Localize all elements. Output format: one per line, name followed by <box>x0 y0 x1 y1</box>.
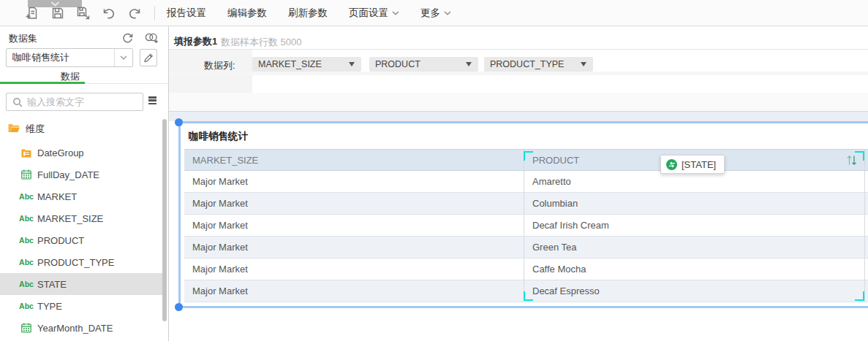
column-select-value: MARKET_SIZE <box>252 59 349 69</box>
cell-overflow <box>865 193 868 214</box>
cell-product[interactable]: Caffe Mocha <box>524 258 865 280</box>
drop-target-bracket-bottom-left <box>524 291 533 301</box>
dropdown-caret-icon <box>349 62 355 66</box>
cell-market-size[interactable]: Major Market <box>184 215 524 236</box>
field-item-market-size[interactable]: Abc MARKET_SIZE <box>0 207 162 229</box>
menu-edit-params[interactable]: 编辑参数 <box>227 7 267 20</box>
dataset-section-label: 数据集 <box>9 32 37 45</box>
menu-refresh-params[interactable]: 刷新参数 <box>288 7 328 20</box>
field-item-market[interactable]: Abc MARKET <box>0 185 162 207</box>
field-label: MARKET_SIZE <box>37 213 103 224</box>
selection-handle-bottom-left[interactable] <box>175 303 183 311</box>
column-select-value: PRODUCT <box>369 59 466 69</box>
field-item-state[interactable]: Abc STATE <box>0 273 162 295</box>
menu-page-settings[interactable]: 页面设置 <box>349 7 399 20</box>
canvas-top-band <box>169 112 868 121</box>
dataset-select[interactable]: 咖啡销售统计 <box>6 48 133 67</box>
cell-market-size[interactable]: Major Market <box>184 171 524 192</box>
abc-text-field-icon: Abc <box>20 258 33 267</box>
menu-more[interactable]: 更多 <box>420 7 451 20</box>
chevron-down-icon[interactable] <box>114 49 132 66</box>
field-item-product[interactable]: Abc PRODUCT <box>0 229 162 251</box>
menu-report-settings-label: 报告设置 <box>167 7 206 20</box>
cell-product[interactable]: Decaf Espresso <box>524 280 865 302</box>
field-label: MARKET <box>37 191 77 202</box>
cell-product[interactable]: Amaretto <box>524 171 865 192</box>
menu-report-settings[interactable]: 报告设置 <box>167 7 206 20</box>
join-dataset-icon[interactable] <box>143 30 159 46</box>
column-select-product[interactable]: PRODUCT <box>369 57 478 72</box>
chevron-down-icon <box>444 11 451 15</box>
field-label: DateGroup <box>37 147 84 158</box>
drop-target-bracket-top-right <box>855 151 864 161</box>
abc-text-field-icon: Abc <box>20 302 33 310</box>
undo-icon[interactable] <box>101 5 117 21</box>
table-row[interactable]: Major Market Decaf Irish Cream <box>184 215 868 237</box>
swap-field-icon <box>666 159 677 170</box>
dataset-tools <box>119 30 159 46</box>
search-input[interactable] <box>27 93 140 110</box>
tab-fill-params[interactable]: 填报参数1 <box>174 35 217 48</box>
column-select-product-type[interactable]: PRODUCT_TYPE <box>484 57 593 72</box>
tabstrip-border <box>169 49 868 50</box>
param-row-stripe <box>169 72 868 75</box>
redo-icon[interactable] <box>127 5 143 21</box>
cell-product[interactable]: Decaf Irish Cream <box>524 215 865 236</box>
field-item-product-type[interactable]: Abc PRODUCT_TYPE <box>0 251 162 273</box>
cell-market-size[interactable]: Major Market <box>184 193 524 214</box>
cell-product[interactable]: Columbian <box>524 193 865 214</box>
sample-row-count-label: 数据样本行数 5000 <box>221 36 302 49</box>
field-item-yearmonth-date[interactable]: YearMonth_DATE <box>0 317 162 339</box>
abc-text-field-icon: Abc <box>20 192 33 201</box>
drop-target-bracket-bottom-right <box>855 291 864 301</box>
column-header-market-size[interactable]: MARKET_SIZE <box>184 150 524 170</box>
field-label: FullDay_DATE <box>37 169 99 180</box>
column-select-market-size[interactable]: MARKET_SIZE <box>252 57 361 72</box>
field-item-fullday-date[interactable]: FullDay_DATE <box>0 164 162 185</box>
column-select-value: PRODUCT_TYPE <box>484 59 581 69</box>
sidebar-scrollbar[interactable] <box>162 119 167 321</box>
search-icon <box>12 97 23 110</box>
edit-dataset-button[interactable] <box>140 49 157 66</box>
table-row[interactable]: Major Market Amaretto <box>184 171 868 193</box>
cell-market-size[interactable]: Major Market <box>184 280 524 302</box>
new-report-icon[interactable] <box>24 5 40 21</box>
save-as-icon[interactable] <box>75 5 91 21</box>
widget-selection-border-bottom <box>178 306 868 308</box>
cell-overflow <box>865 258 868 280</box>
field-label: PRODUCT <box>37 235 84 246</box>
param-row-stripe <box>169 93 868 111</box>
dataset-select-value: 咖啡销售统计 <box>7 51 114 64</box>
cell-overflow <box>865 215 868 236</box>
field-item-dategroup[interactable]: DateGroup <box>0 142 162 164</box>
field-list-options-icon[interactable] <box>148 96 156 106</box>
menu-edit-params-label: 编辑参数 <box>227 7 267 20</box>
cell-product[interactable]: Green Tea <box>524 237 865 258</box>
selection-handle-top-left[interactable] <box>175 118 183 126</box>
group-field-icon <box>20 147 33 158</box>
menu-refresh-params-label: 刷新参数 <box>288 7 328 20</box>
field-item-type[interactable]: Abc TYPE <box>0 295 162 317</box>
data-columns-label: 数据列: <box>204 59 235 72</box>
drag-tooltip-label: [STATE] <box>682 159 716 170</box>
table-header-overflow <box>865 150 868 170</box>
drop-target-bracket-top-left <box>524 151 533 161</box>
sidebar-group-dimensions[interactable]: 维度 <box>0 119 162 139</box>
field-label: TYPE <box>37 301 62 312</box>
field-search-box <box>6 93 143 111</box>
active-tab-underline <box>0 82 85 84</box>
table-title: 咖啡销售统计 <box>189 130 248 143</box>
cell-market-size[interactable]: Major Market <box>184 258 524 280</box>
refresh-dataset-icon[interactable] <box>119 30 135 46</box>
toolbar-icon-group <box>24 5 143 21</box>
cell-overflow <box>865 237 868 258</box>
abc-text-field-icon: Abc <box>20 236 33 245</box>
table-row[interactable]: Major Market Columbian <box>184 193 868 215</box>
table-row[interactable]: Major Market Caffe Mocha <box>184 258 868 280</box>
table-row[interactable]: Major Market Green Tea <box>184 237 868 258</box>
field-label: YearMonth_DATE <box>37 323 113 334</box>
toolbar-menu: 报告设置 编辑参数 刷新参数 页面设置 更多 <box>167 0 451 26</box>
drag-tooltip: [STATE] <box>660 155 725 174</box>
cell-market-size[interactable]: Major Market <box>184 237 524 258</box>
save-icon[interactable] <box>50 5 66 21</box>
